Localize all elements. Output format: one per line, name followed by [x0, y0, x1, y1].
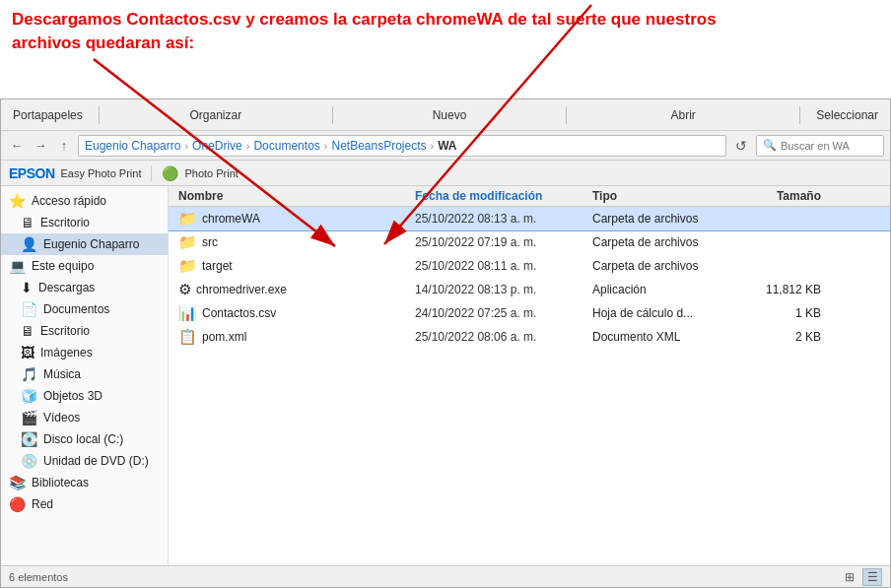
back-button[interactable]: ←	[7, 136, 27, 156]
file-name-text: Contactos.csv	[202, 306, 276, 320]
header-name[interactable]: Nombre	[174, 189, 411, 203]
sidebar-label-acceso-rapido: Acceso rápido	[32, 194, 106, 208]
toolbar-portapapeles-label[interactable]: Portapapeles	[7, 106, 89, 124]
music-icon: 🎵	[21, 366, 37, 382]
sidebar-item-documentos[interactable]: 📄 Documentos	[1, 298, 168, 320]
epson-easy-photo-label[interactable]: Easy Photo Print	[61, 167, 142, 179]
computer-icon: 💻	[9, 258, 26, 274]
sidebar-item-este-equipo[interactable]: 💻 Este equipo	[1, 255, 168, 277]
sidebar-item-red[interactable]: 🔴 Red	[1, 493, 168, 515]
toolbar: Portapapeles Organizar Nuevo Abrir Selec…	[1, 99, 890, 131]
status-text: 6 elementos	[9, 571, 68, 583]
sidebar-item-bibliotecas[interactable]: 📚 Bibliotecas	[1, 472, 168, 493]
file-name-text: pom.xml	[202, 330, 246, 344]
file-icon: ⚙	[178, 281, 191, 298]
file-date-cell: 24/10/2022 07:25 a. m.	[411, 306, 588, 320]
file-size-cell: 2 KB	[736, 330, 825, 344]
sidebar-label-descargas: Descargas	[38, 281, 95, 294]
sidebar-item-objetos3d[interactable]: 🧊 Objetos 3D	[1, 385, 168, 407]
sidebar-label-dvd-d: Unidad de DVD (D:)	[43, 454, 149, 468]
sidebar-item-imagenes[interactable]: 🖼 Imágenes	[1, 342, 168, 363]
file-icon: 📋	[178, 328, 197, 346]
sidebar-label-videos: Vídeos	[43, 411, 80, 425]
search-icon: 🔍	[763, 139, 777, 152]
sidebar-item-musica[interactable]: 🎵 Música	[1, 363, 168, 385]
toolbar-abrir-label[interactable]: Abrir	[665, 106, 702, 124]
file-size-cell: 1 KB	[736, 306, 825, 320]
table-row[interactable]: 📊Contactos.csv24/10/2022 07:25 a. m.Hoja…	[169, 301, 890, 325]
table-row[interactable]: 📋pom.xml25/10/2022 08:06 a. m.Documento …	[169, 325, 890, 349]
view-buttons: ⊞ ☰	[840, 568, 882, 586]
file-icon: 📁	[178, 233, 197, 251]
header-type[interactable]: Tipo	[588, 189, 736, 203]
bc-documentos[interactable]: Documentos	[253, 139, 319, 153]
file-date-cell: 25/10/2022 08:06 a. m.	[411, 330, 588, 344]
toolbar-sep-4	[799, 106, 800, 124]
file-type-cell: Documento XML	[588, 330, 736, 344]
desktop-icon-2: 🖥	[21, 323, 34, 339]
toolbar-portapapeles: Portapapeles	[7, 106, 89, 124]
toolbar-nuevo-label[interactable]: Nuevo	[427, 106, 473, 124]
view-list-button[interactable]: ☰	[862, 568, 882, 586]
up-button[interactable]: ↑	[54, 136, 74, 156]
file-name-text: src	[202, 235, 218, 249]
epson-photo-print-label[interactable]: Photo Print	[184, 167, 238, 179]
photo-print-icon: 🟢	[162, 165, 178, 181]
content-area: ⭐ Acceso rápido 🖥 Escritorio 👤 Eugenio C…	[1, 186, 890, 565]
file-name-cell: ⚙chromedriver.exe	[174, 281, 411, 298]
file-date-cell: 25/10/2022 07:19 a. m.	[411, 235, 588, 249]
table-row[interactable]: ⚙chromedriver.exe14/10/2022 08:13 p. m.A…	[169, 278, 890, 301]
download-icon: ⬇	[21, 280, 33, 295]
bc-netbeans[interactable]: NetBeansProjects	[331, 139, 426, 153]
bc-onedrive[interactable]: OneDrive	[192, 139, 242, 153]
table-row[interactable]: 📁chromeWA25/10/2022 08:13 a. m.Carpeta d…	[169, 207, 890, 230]
view-grid-button[interactable]: ⊞	[840, 568, 859, 586]
file-icon: 📁	[178, 257, 197, 275]
toolbar-seleccionar: Seleccionar	[810, 106, 884, 124]
sidebar-item-escritorio-1[interactable]: 🖥 Escritorio	[1, 212, 168, 233]
sidebar-item-disco-c[interactable]: 💽 Disco local (C:)	[1, 428, 168, 450]
sidebar-item-videos[interactable]: 🎬 Vídeos	[1, 407, 168, 428]
file-name-text: chromeWA	[202, 212, 260, 226]
bc-eugenio[interactable]: Eugenio Chaparro	[85, 139, 180, 153]
toolbar-sep-1	[99, 106, 100, 124]
sidebar-item-acceso-rapido[interactable]: ⭐ Acceso rápido	[1, 190, 168, 212]
table-row[interactable]: 📁target25/10/2022 08:11 a. m.Carpeta de …	[169, 254, 890, 278]
desktop-icon-1: 🖥	[21, 215, 34, 230]
toolbar-seleccionar-label[interactable]: Seleccionar	[810, 106, 884, 124]
sidebar-item-escritorio-2[interactable]: 🖥 Escritorio	[1, 320, 168, 342]
file-list-header: Nombre Fecha de modificación Tipo Tamaño	[169, 186, 890, 207]
file-name-cell: 📊Contactos.csv	[174, 304, 411, 322]
header-date[interactable]: Fecha de modificación	[411, 189, 588, 203]
sidebar-item-eugenio[interactable]: 👤 Eugenio Chaparro	[1, 233, 168, 255]
toolbar-sep-3	[566, 106, 567, 124]
file-size-cell: 11,812 KB	[736, 283, 825, 296]
breadcrumb-bar: Eugenio Chaparro › OneDrive › Documentos…	[78, 135, 726, 157]
annotation-text: Descargamos Contactos.csv y creamos la c…	[12, 8, 879, 55]
toolbar-abrir: Abrir	[577, 106, 789, 124]
annotation-line1: Descargamos Contactos.csv y creamos la c…	[12, 10, 717, 29]
sidebar-item-dvd-d[interactable]: 💿 Unidad de DVD (D:)	[1, 450, 168, 472]
search-input[interactable]	[781, 140, 877, 152]
file-date-cell: 14/10/2022 08:13 p. m.	[411, 283, 588, 296]
toolbar-organizar-label[interactable]: Organizar	[183, 106, 247, 124]
file-list: Nombre Fecha de modificación Tipo Tamaño…	[169, 186, 890, 565]
forward-button[interactable]: →	[31, 136, 50, 156]
refresh-button[interactable]: ↺	[730, 135, 752, 157]
file-type-cell: Carpeta de archivos	[588, 259, 736, 273]
file-type-cell: Carpeta de archivos	[588, 235, 736, 249]
sidebar-label-documentos: Documentos	[43, 302, 109, 316]
file-name-text: target	[202, 259, 233, 273]
navbar: ← → ↑ Eugenio Chaparro › OneDrive › Docu…	[1, 131, 890, 161]
sidebar-label-objetos3d: Objetos 3D	[43, 389, 103, 403]
file-type-cell: Aplicación	[588, 283, 736, 296]
toolbar-organizar: Organizar	[109, 106, 322, 124]
sidebar-label-red: Red	[32, 497, 53, 511]
file-icon: 📊	[178, 304, 197, 322]
sidebar-label-musica: Música	[43, 367, 81, 381]
sidebar-item-descargas[interactable]: ⬇ Descargas	[1, 277, 168, 298]
header-size[interactable]: Tamaño	[736, 189, 825, 203]
table-row[interactable]: 📁src25/10/2022 07:19 a. m.Carpeta de arc…	[169, 230, 890, 254]
annotation-line2: archivos quedaran así:	[12, 33, 194, 52]
toolbar-nuevo: Nuevo	[343, 106, 556, 124]
